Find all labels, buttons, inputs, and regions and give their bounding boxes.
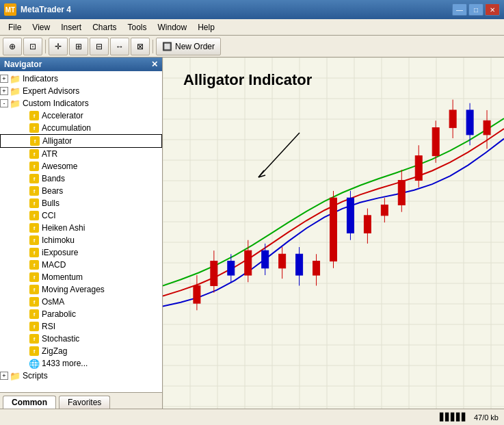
indicator-icon-rsi: f xyxy=(29,321,40,332)
tree-item-bears[interactable]: fBears xyxy=(0,185,162,197)
tree-item-accelerator[interactable]: fAccelerator xyxy=(0,110,162,122)
tree-item-expert-advisors[interactable]: +📁Expert Advisors xyxy=(0,85,162,97)
tree-item-stochastic[interactable]: fStochastic xyxy=(0,333,162,345)
navigator-header: Navigator ✕ xyxy=(0,57,162,71)
navigator-close-button[interactable]: ✕ xyxy=(151,60,158,69)
tree-item-heiken-ashi[interactable]: fHeiken Ashi xyxy=(0,222,162,234)
toolbar-crosshair-button[interactable]: ✛ xyxy=(49,38,68,55)
tree-item-rsi[interactable]: fRSI xyxy=(0,320,162,333)
toolbar-zoom-in-button[interactable]: ⊞ xyxy=(69,38,88,55)
tree-label-bears: Bears xyxy=(42,186,63,196)
tree-item-alligator[interactable]: fAlligator xyxy=(0,134,162,148)
bars-indicator: ▋▋▋▋▋ xyxy=(440,413,467,422)
navigator-tree[interactable]: +📁Indicators+📁Expert Advisors-📁Custom In… xyxy=(0,71,162,392)
tree-label-bulls: Bulls xyxy=(42,198,59,208)
new-order-label: New Order xyxy=(175,42,215,51)
tab-favorites[interactable]: Favorites xyxy=(59,396,110,409)
indicator-icon-bulls: f xyxy=(29,198,40,209)
tree-label-macd: MACD xyxy=(42,260,66,270)
tree-item-momentum[interactable]: fMomentum xyxy=(0,271,162,283)
menu-file[interactable]: File xyxy=(3,21,27,34)
tree-label-momentum: Momentum xyxy=(42,272,83,282)
tree-item-custom-indicators[interactable]: -📁Custom Indicators xyxy=(0,97,162,110)
tree-item-accumulation[interactable]: fAccumulation xyxy=(0,122,162,134)
maximize-button[interactable]: □ xyxy=(468,3,483,16)
chart-area: Alligator Indicator xyxy=(163,57,504,409)
tree-item-ichimoku[interactable]: fIchimoku xyxy=(0,234,162,246)
tree-item-atr[interactable]: fATR xyxy=(0,148,162,160)
tree-label-iexposure: iExposure xyxy=(42,248,78,257)
status-bar: ▋▋▋▋▋ 47/0 kb xyxy=(0,409,504,425)
toolbar-chart-button[interactable]: ⊡ xyxy=(23,38,42,55)
tree-label-custom-indicators: Custom Indicators xyxy=(23,99,89,108)
indicator-icon-zigzag: f xyxy=(29,346,40,357)
tab-common[interactable]: Common xyxy=(3,396,56,409)
tree-item-bulls[interactable]: fBulls xyxy=(0,197,162,209)
navigator-panel: Navigator ✕ +📁Indicators+📁Expert Advisor… xyxy=(0,57,163,409)
new-order-icon: 🔲 xyxy=(162,42,172,51)
title-bar: MT MetaTrader 4 — □ ✕ xyxy=(0,0,504,19)
indicator-icon-accumulation: f xyxy=(29,123,40,133)
expand-icon-scripts[interactable]: + xyxy=(0,372,8,380)
tree-label-bands: Bands xyxy=(42,174,65,183)
tree-item-awesome[interactable]: fAwesome xyxy=(0,160,162,172)
indicator-icon-macd: f xyxy=(29,259,40,270)
menu-tools[interactable]: Tools xyxy=(122,21,152,34)
indicator-icon-atr: f xyxy=(29,149,40,159)
tree-item-scripts[interactable]: +📁Scripts xyxy=(0,370,162,382)
tree-item-zigzag[interactable]: fZigZag xyxy=(0,345,162,357)
toolbar: ⊕ ⊡ ✛ ⊞ ⊟ ↔ ⊠ 🔲 New Order xyxy=(0,36,504,57)
tree-item-bands[interactable]: fBands xyxy=(0,172,162,185)
tree-label-accumulation: Accumulation xyxy=(42,123,91,133)
tree-label-ichimoku: Ichimoku xyxy=(42,235,75,245)
tree-item-more[interactable]: 🌐1433 more... xyxy=(0,357,162,370)
main-layout: Navigator ✕ +📁Indicators+📁Expert Advisor… xyxy=(0,57,504,409)
close-button[interactable]: ✕ xyxy=(485,3,500,16)
tree-label-stochastic: Stochastic xyxy=(42,334,79,344)
alligator-indicator-label: Alligator Indicator xyxy=(183,71,312,89)
expand-icon-indicators[interactable]: + xyxy=(0,75,8,83)
folder-icon-indicators: 📁 xyxy=(10,73,21,84)
toolbar-scroll-button[interactable]: ↔ xyxy=(110,38,129,55)
toolbar-properties-button[interactable]: ⊠ xyxy=(131,38,150,55)
folder-icon-scripts: 📁 xyxy=(10,370,21,381)
tree-item-iexposure[interactable]: fiExposure xyxy=(0,246,162,259)
tree-item-moving-averages[interactable]: fMoving Averages xyxy=(0,283,162,296)
title-text: MetaTrader 4 xyxy=(21,5,452,14)
tree-item-cci[interactable]: fCCI xyxy=(0,209,162,222)
indicator-icon-parabolic: f xyxy=(29,309,40,320)
tree-label-heiken-ashi: Heiken Ashi xyxy=(42,223,85,233)
tree-item-osma[interactable]: fOsMA xyxy=(0,296,162,308)
menu-window[interactable]: Window xyxy=(152,21,193,34)
indicator-icon-bands: f xyxy=(29,173,40,184)
chart-canvas xyxy=(163,57,504,409)
tree-item-indicators[interactable]: +📁Indicators xyxy=(0,73,162,85)
title-buttons: — □ ✕ xyxy=(452,3,500,16)
menu-help[interactable]: Help xyxy=(192,21,220,34)
tree-item-parabolic[interactable]: fParabolic xyxy=(0,308,162,320)
tree-label-rsi: RSI xyxy=(42,322,55,331)
more-icon-more: 🌐 xyxy=(29,358,40,369)
indicator-icon-stochastic: f xyxy=(29,333,40,344)
tree-label-indicators: Indicators xyxy=(23,74,58,83)
expand-icon-custom-indicators[interactable]: - xyxy=(0,99,8,107)
tree-label-more: 1433 more... xyxy=(42,359,88,368)
indicator-icon-cci: f xyxy=(29,210,40,221)
indicator-icon-alligator: f xyxy=(29,136,40,146)
new-order-button[interactable]: 🔲 New Order xyxy=(156,38,221,55)
menu-bar: File View Insert Charts Tools Window Hel… xyxy=(0,19,504,36)
minimize-button[interactable]: — xyxy=(452,3,467,16)
menu-charts[interactable]: Charts xyxy=(87,21,122,34)
indicator-icon-osma: f xyxy=(29,296,40,307)
toolbar-add-button[interactable]: ⊕ xyxy=(3,38,22,55)
folder-icon-custom-indicators: 📁 xyxy=(10,98,21,109)
tree-item-macd[interactable]: fMACD xyxy=(0,259,162,271)
tree-label-alligator: Alligator xyxy=(42,136,72,146)
menu-view[interactable]: View xyxy=(27,21,55,34)
menu-insert[interactable]: Insert xyxy=(55,21,87,34)
tree-label-accelerator: Accelerator xyxy=(42,111,83,120)
toolbar-zoom-out-button[interactable]: ⊟ xyxy=(90,38,109,55)
expand-icon-expert-advisors[interactable]: + xyxy=(0,87,8,95)
indicator-icon-accelerator: f xyxy=(29,110,40,121)
toolbar-separator-1 xyxy=(45,40,46,53)
